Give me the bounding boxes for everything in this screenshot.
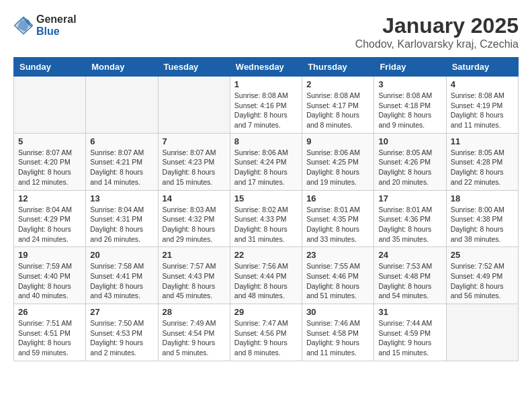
calendar-cell: 19Sunrise: 7:59 AM Sunset: 4:40 PM Dayli… (14, 247, 86, 304)
calendar-cell: 26Sunrise: 7:51 AM Sunset: 4:51 PM Dayli… (14, 304, 86, 361)
day-number: 24 (378, 250, 441, 260)
weekday-header-thursday: Thursday (302, 58, 374, 77)
day-number: 19 (18, 250, 81, 260)
calendar-cell: 17Sunrise: 8:01 AM Sunset: 4:36 PM Dayli… (374, 190, 446, 247)
day-number: 11 (451, 136, 514, 146)
weekday-header-wednesday: Wednesday (230, 58, 302, 77)
calendar-cell: 6Sunrise: 8:07 AM Sunset: 4:21 PM Daylig… (86, 133, 158, 190)
calendar-body: 1Sunrise: 8:08 AM Sunset: 4:16 PM Daylig… (14, 77, 519, 361)
weekday-header-saturday: Saturday (446, 58, 518, 77)
day-number: 26 (18, 307, 81, 317)
calendar-week-5: 26Sunrise: 7:51 AM Sunset: 4:51 PM Dayli… (14, 304, 519, 361)
location: Chodov, Karlovarsky kraj, Czechia (355, 38, 519, 50)
day-info: Sunrise: 8:02 AM Sunset: 4:33 PM Dayligh… (234, 205, 298, 244)
day-info: Sunrise: 8:03 AM Sunset: 4:32 PM Dayligh… (163, 205, 226, 244)
day-number: 31 (378, 307, 441, 317)
weekday-header-sunday: Sunday (14, 58, 86, 77)
day-number: 18 (451, 193, 514, 203)
logo: General Blue (13, 13, 77, 37)
calendar-cell: 21Sunrise: 7:57 AM Sunset: 4:43 PM Dayli… (158, 247, 230, 304)
calendar-cell: 4Sunrise: 8:08 AM Sunset: 4:19 PM Daylig… (446, 77, 518, 134)
day-info: Sunrise: 8:07 AM Sunset: 4:23 PM Dayligh… (163, 148, 226, 187)
day-info: Sunrise: 7:55 AM Sunset: 4:46 PM Dayligh… (306, 261, 369, 301)
day-number: 16 (306, 193, 369, 203)
calendar-cell: 31Sunrise: 7:44 AM Sunset: 4:59 PM Dayli… (374, 304, 446, 361)
page-header: General Blue January 2025 Chodov, Karlov… (13, 13, 519, 50)
day-info: Sunrise: 7:57 AM Sunset: 4:43 PM Dayligh… (163, 261, 226, 301)
day-number: 1 (234, 79, 298, 89)
logo-general-text: General (36, 13, 77, 26)
calendar-cell: 9Sunrise: 8:06 AM Sunset: 4:25 PM Daylig… (302, 133, 374, 190)
calendar-cell: 27Sunrise: 7:50 AM Sunset: 4:53 PM Dayli… (86, 304, 158, 361)
day-info: Sunrise: 8:06 AM Sunset: 4:25 PM Dayligh… (306, 148, 369, 187)
calendar-cell (14, 77, 86, 134)
day-number: 29 (234, 307, 298, 317)
day-number: 6 (90, 136, 153, 146)
day-number: 9 (306, 136, 369, 146)
day-number: 2 (306, 79, 369, 89)
day-info: Sunrise: 7:46 AM Sunset: 4:58 PM Dayligh… (306, 318, 369, 358)
day-number: 13 (90, 193, 153, 203)
day-info: Sunrise: 8:00 AM Sunset: 4:38 PM Dayligh… (451, 205, 514, 244)
calendar-cell: 12Sunrise: 8:04 AM Sunset: 4:29 PM Dayli… (14, 190, 86, 247)
logo-icon (13, 15, 34, 36)
calendar-cell: 29Sunrise: 7:47 AM Sunset: 4:56 PM Dayli… (230, 304, 302, 361)
calendar-cell: 7Sunrise: 8:07 AM Sunset: 4:23 PM Daylig… (158, 133, 230, 190)
day-info: Sunrise: 8:05 AM Sunset: 4:28 PM Dayligh… (451, 148, 514, 187)
calendar-cell: 25Sunrise: 7:52 AM Sunset: 4:49 PM Dayli… (446, 247, 518, 304)
day-info: Sunrise: 7:44 AM Sunset: 4:59 PM Dayligh… (378, 318, 441, 358)
calendar-cell: 5Sunrise: 8:07 AM Sunset: 4:20 PM Daylig… (14, 133, 86, 190)
day-number: 22 (234, 250, 298, 260)
calendar-cell: 13Sunrise: 8:04 AM Sunset: 4:31 PM Dayli… (86, 190, 158, 247)
calendar-cell: 14Sunrise: 8:03 AM Sunset: 4:32 PM Dayli… (158, 190, 230, 247)
day-number: 20 (90, 250, 153, 260)
day-info: Sunrise: 8:04 AM Sunset: 4:29 PM Dayligh… (18, 205, 81, 244)
calendar-cell (158, 77, 230, 134)
day-info: Sunrise: 7:50 AM Sunset: 4:53 PM Dayligh… (90, 318, 153, 358)
day-number: 12 (18, 193, 81, 203)
day-info: Sunrise: 7:59 AM Sunset: 4:40 PM Dayligh… (18, 261, 81, 301)
title-area: January 2025 Chodov, Karlovarsky kraj, C… (355, 13, 519, 50)
calendar-cell: 22Sunrise: 7:56 AM Sunset: 4:44 PM Dayli… (230, 247, 302, 304)
calendar-cell: 10Sunrise: 8:05 AM Sunset: 4:26 PM Dayli… (374, 133, 446, 190)
calendar-cell: 18Sunrise: 8:00 AM Sunset: 4:38 PM Dayli… (446, 190, 518, 247)
weekday-header-row: SundayMondayTuesdayWednesdayThursdayFrid… (14, 58, 519, 77)
day-number: 14 (163, 193, 226, 203)
calendar-cell: 8Sunrise: 8:06 AM Sunset: 4:24 PM Daylig… (230, 133, 302, 190)
day-info: Sunrise: 7:58 AM Sunset: 4:41 PM Dayligh… (90, 261, 153, 301)
day-number: 28 (163, 307, 226, 317)
calendar-cell: 15Sunrise: 8:02 AM Sunset: 4:33 PM Dayli… (230, 190, 302, 247)
day-number: 30 (306, 307, 369, 317)
calendar-week-3: 12Sunrise: 8:04 AM Sunset: 4:29 PM Dayli… (14, 190, 519, 247)
day-number: 25 (451, 250, 514, 260)
calendar-cell: 16Sunrise: 8:01 AM Sunset: 4:35 PM Dayli… (302, 190, 374, 247)
day-number: 4 (451, 79, 514, 89)
day-info: Sunrise: 7:56 AM Sunset: 4:44 PM Dayligh… (234, 261, 298, 301)
day-number: 17 (378, 193, 441, 203)
day-info: Sunrise: 8:05 AM Sunset: 4:26 PM Dayligh… (378, 148, 441, 187)
day-number: 10 (378, 136, 441, 146)
calendar-cell: 28Sunrise: 7:49 AM Sunset: 4:54 PM Dayli… (158, 304, 230, 361)
calendar-week-2: 5Sunrise: 8:07 AM Sunset: 4:20 PM Daylig… (14, 133, 519, 190)
weekday-header-tuesday: Tuesday (158, 58, 230, 77)
day-number: 21 (163, 250, 226, 260)
day-number: 7 (163, 136, 226, 146)
day-info: Sunrise: 8:07 AM Sunset: 4:21 PM Dayligh… (90, 148, 153, 187)
day-number: 15 (234, 193, 298, 203)
calendar-table: SundayMondayTuesdayWednesdayThursdayFrid… (13, 57, 519, 361)
weekday-header-friday: Friday (374, 58, 446, 77)
day-info: Sunrise: 8:08 AM Sunset: 4:18 PM Dayligh… (378, 91, 441, 130)
calendar-cell: 30Sunrise: 7:46 AM Sunset: 4:58 PM Dayli… (302, 304, 374, 361)
calendar-cell: 24Sunrise: 7:53 AM Sunset: 4:48 PM Dayli… (374, 247, 446, 304)
calendar-cell: 23Sunrise: 7:55 AM Sunset: 4:46 PM Dayli… (302, 247, 374, 304)
day-info: Sunrise: 8:06 AM Sunset: 4:24 PM Dayligh… (234, 148, 298, 187)
logo-blue-text: Blue (36, 26, 77, 38)
day-number: 3 (378, 79, 441, 89)
calendar-week-4: 19Sunrise: 7:59 AM Sunset: 4:40 PM Dayli… (14, 247, 519, 304)
weekday-header-monday: Monday (86, 58, 158, 77)
day-info: Sunrise: 8:01 AM Sunset: 4:35 PM Dayligh… (306, 205, 369, 244)
day-info: Sunrise: 7:52 AM Sunset: 4:49 PM Dayligh… (451, 261, 514, 301)
day-info: Sunrise: 7:47 AM Sunset: 4:56 PM Dayligh… (234, 318, 298, 358)
calendar-cell: 20Sunrise: 7:58 AM Sunset: 4:41 PM Dayli… (86, 247, 158, 304)
day-number: 8 (234, 136, 298, 146)
